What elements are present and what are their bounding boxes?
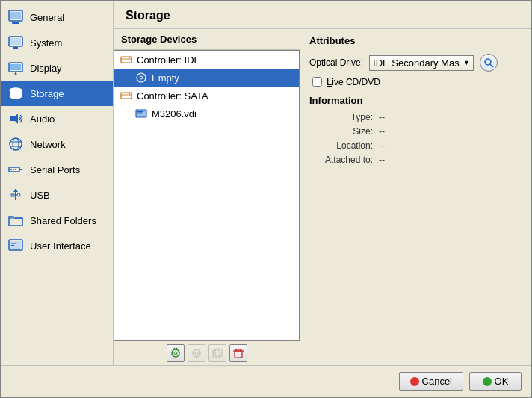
information-header: Information (309, 95, 522, 106)
info-type-row: Type: -- (309, 112, 522, 122)
info-size-key: Size: (309, 126, 373, 137)
empty-drive-icon (135, 72, 147, 84)
sidebar-item-general-label: General (30, 12, 64, 23)
ide-label: Controller: IDE (137, 55, 200, 66)
svg-point-51 (195, 352, 198, 355)
cancel-icon (410, 377, 419, 386)
info-size-val: -- (379, 126, 385, 137)
sidebar-item-shared[interactable]: Shared Folders (1, 208, 113, 233)
optical-drive-value: IDE Secondary Mas (373, 57, 460, 69)
empty-drive-label: Empty (152, 72, 179, 84)
cancel-button[interactable]: Cancel (399, 372, 463, 391)
search-drive-button[interactable] (480, 54, 498, 72)
vdi-label: M3206.vdi (152, 108, 197, 119)
shared-icon (7, 212, 24, 228)
storage-header: Storage (114, 1, 531, 29)
userif-icon (7, 237, 24, 254)
audio-icon (7, 111, 24, 127)
sata-icon (120, 90, 132, 102)
sidebar-item-system-label: System (30, 37, 62, 49)
svg-point-50 (193, 349, 200, 357)
ok-icon (483, 377, 492, 386)
cancel-label: Cancel (422, 376, 452, 387)
ide-icon (120, 54, 132, 66)
sidebar-item-usb[interactable]: USB (1, 182, 113, 208)
attributes-header: Attributes (309, 35, 522, 46)
sidebar-item-audio[interactable]: Audio (1, 106, 113, 131)
info-attached-val: -- (379, 155, 385, 165)
svg-point-16 (10, 138, 22, 150)
optical-drive-row: Optical Drive: IDE Secondary Mas ▼ (309, 54, 522, 72)
sidebar-item-userif[interactable]: User Interface (1, 233, 113, 258)
devices-tree: Controller: IDE Empty (114, 50, 300, 341)
sidebar-item-storage[interactable]: Storage (1, 81, 113, 106)
svg-rect-54 (235, 351, 242, 358)
empty-drive[interactable]: Empty (114, 69, 299, 87)
devices-panel: Storage Devices Controller: IDE (114, 29, 300, 365)
info-location-row: Location: -- (309, 140, 522, 151)
svg-point-39 (140, 76, 143, 79)
sidebar-item-shared-label: Shared Folders (30, 215, 96, 226)
info-attached-row: Attached to: -- (309, 155, 522, 165)
svg-rect-28 (17, 193, 20, 196)
optical-drive-select[interactable]: IDE Secondary Mas ▼ (369, 55, 474, 71)
svg-point-42 (129, 93, 130, 95)
devices-panel-header: Storage Devices (114, 29, 300, 50)
svg-point-13 (10, 94, 22, 99)
ok-button[interactable]: OK (469, 372, 522, 391)
svg-rect-1 (10, 12, 21, 19)
sidebar-item-serial[interactable]: Serial Ports (1, 157, 113, 182)
svg-line-60 (490, 64, 493, 67)
delete-drive-button[interactable] (229, 344, 247, 362)
live-cd-checkbox[interactable] (312, 77, 322, 87)
network-icon (7, 136, 24, 152)
sidebar-item-display-label: Display (30, 63, 62, 74)
svg-rect-8 (10, 64, 21, 70)
sidebar-item-system[interactable]: System (1, 30, 113, 55)
serial-icon (7, 161, 24, 178)
sidebar: General System Display Sto (1, 1, 114, 365)
system-icon (7, 34, 24, 51)
ok-label: OK (495, 376, 509, 387)
sidebar-item-storage-label: Storage (30, 88, 64, 99)
svg-point-47 (174, 352, 177, 355)
controller-sata[interactable]: Controller: SATA (114, 87, 299, 105)
add-drive-button[interactable] (167, 344, 185, 362)
optical-drive-label: Optical Drive: (309, 57, 363, 68)
sata-label: Controller: SATA (137, 90, 208, 102)
vdi-drive[interactable]: M3206.vdi (114, 105, 299, 122)
sidebar-item-display[interactable]: Display (1, 55, 113, 81)
svg-marker-26 (13, 189, 18, 192)
main-area: Storage Storage Devices Controller: (114, 1, 531, 365)
vdi-icon (135, 108, 147, 119)
sidebar-item-network[interactable]: Network (1, 131, 113, 157)
svg-point-37 (129, 57, 130, 59)
svg-point-23 (13, 169, 14, 170)
information-section: Information Type: -- Size: -- Location: … (309, 95, 522, 165)
info-attached-key: Attached to: (309, 155, 373, 165)
settings-window: General System Display Sto (0, 0, 532, 398)
sidebar-item-audio-label: Audio (30, 114, 55, 125)
svg-rect-33 (11, 243, 16, 244)
svg-point-59 (485, 59, 491, 65)
info-location-key: Location: (309, 140, 373, 151)
remove-drive-button[interactable] (188, 344, 205, 362)
usb-icon (7, 187, 24, 203)
svg-rect-4 (10, 38, 21, 45)
general-icon (7, 9, 24, 25)
sidebar-item-userif-label: User Interface (30, 240, 91, 252)
chevron-down-icon: ▼ (463, 59, 470, 66)
sidebar-item-serial-label: Serial Ports (30, 164, 80, 175)
sidebar-item-usb-label: USB (30, 190, 50, 201)
storage-content: Storage Devices Controller: IDE (114, 29, 531, 365)
attributes-panel: Attributes Optical Drive: IDE Secondary … (300, 29, 531, 365)
svg-point-22 (10, 169, 12, 170)
storage-icon (7, 85, 24, 102)
sidebar-item-general[interactable]: General (1, 4, 113, 30)
svg-rect-34 (11, 245, 14, 246)
controller-ide[interactable]: Controller: IDE (114, 51, 299, 69)
page-title: Storage (126, 9, 519, 22)
copy-drive-button[interactable] (208, 344, 226, 362)
display-icon (7, 60, 24, 76)
svg-rect-44 (137, 111, 143, 113)
